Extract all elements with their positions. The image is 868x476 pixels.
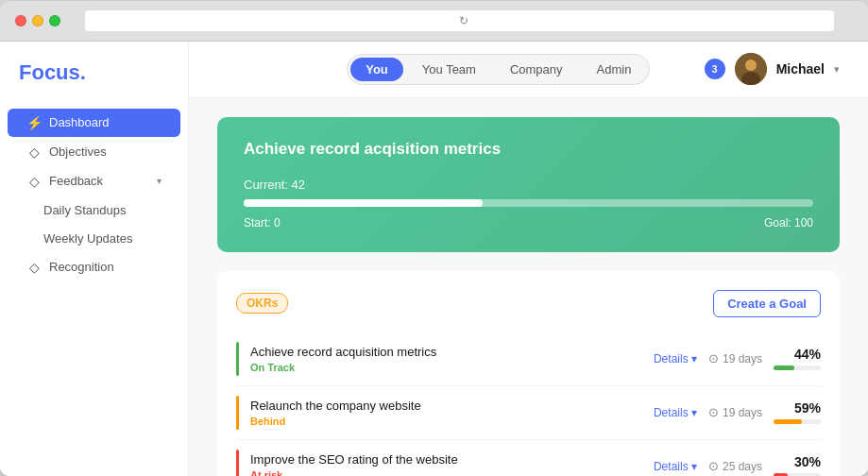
goal-info: Improve the SEO rating of the website At…: [250, 452, 642, 476]
sidebar-item-dashboard[interactable]: ⚡ Dashboard: [8, 109, 180, 137]
sidebar-item-label: Feedback: [49, 174, 103, 188]
goal-status: At risk: [250, 469, 642, 476]
maximize-button[interactable]: [49, 15, 60, 26]
hero-card: Achieve record acqisition metrics Curren…: [217, 117, 840, 252]
browser-titlebar: ↻: [0, 1, 868, 42]
close-button[interactable]: [15, 15, 26, 26]
app-body: Focus. ⚡ Dashboard ◇ Objectives ◇ Feedba…: [0, 42, 868, 476]
sidebar: Focus. ⚡ Dashboard ◇ Objectives ◇ Feedba…: [0, 42, 189, 476]
refresh-icon[interactable]: ↻: [459, 14, 468, 27]
tab-you-team[interactable]: You Team: [407, 58, 491, 81]
sidebar-item-feedback[interactable]: ◇ Feedback ▾: [8, 167, 180, 196]
goal-row: Relaunch the company website Behind Deta…: [236, 386, 821, 440]
goal-pct-bar-bg: [774, 419, 821, 424]
notification-badge[interactable]: 3: [705, 59, 725, 79]
sidebar-item-label: Objectives: [49, 144, 107, 159]
minimize-button[interactable]: [32, 15, 43, 26]
svg-point-1: [745, 60, 757, 71]
sidebar-item-daily-standups[interactable]: Daily Standups: [8, 196, 180, 224]
clock-icon: ⊙: [708, 459, 719, 473]
goal-pct-area: 59%: [774, 400, 821, 424]
goal-pct: 59%: [787, 400, 821, 416]
goal-days-label: 19 days: [723, 352, 762, 366]
okr-header: OKRs Create a Goal: [236, 290, 821, 317]
goal-row: Improve the SEO rating of the website At…: [236, 440, 821, 476]
app-header: You You Team Company Admin 3 Michael: [189, 42, 868, 98]
goal-row: Achieve record acquisition metrics On Tr…: [236, 332, 821, 386]
sidebar-item-label: Dashboard: [49, 115, 110, 129]
hero-progress-bar-fill: [244, 199, 483, 207]
goal-pct-bar-fill: [774, 473, 788, 476]
logo-text: Focus: [19, 60, 80, 84]
goal-pct: 44%: [787, 347, 821, 362]
goal-pct-bar-fill: [774, 366, 794, 370]
logo-dot: .: [80, 60, 86, 84]
goal-days: ⊙ 19 days: [708, 405, 762, 419]
hero-title: Achieve record acqisition metrics: [244, 140, 813, 159]
feedback-arrow-icon: ▾: [157, 176, 162, 186]
user-name: Michael: [776, 61, 825, 76]
dashboard-icon: ⚡: [26, 115, 42, 130]
goal-pct-bar-bg: [774, 473, 821, 476]
feedback-icon: ◇: [26, 174, 42, 189]
hero-progress-labels: Start: 0 Goal: 100: [244, 216, 813, 230]
hero-progress-bar-bg: [244, 199, 813, 207]
sidebar-item-recognition[interactable]: ◇ Recognition: [8, 253, 180, 281]
goal-info: Achieve record acquisition metrics On Tr…: [250, 345, 642, 373]
goal-pct-bar-bg: [774, 366, 821, 370]
clock-icon: ⊙: [708, 351, 719, 366]
goal-days-label: 25 days: [723, 460, 762, 473]
create-goal-button[interactable]: Create a Goal: [713, 290, 821, 317]
user-area: 3 Michael ▾: [705, 53, 840, 85]
goal-name: Relaunch the company website: [250, 399, 642, 413]
clock-icon: ⊙: [708, 405, 719, 419]
sidebar-item-objectives[interactable]: ◇ Objectives: [8, 138, 180, 166]
recognition-icon: ◇: [26, 260, 42, 275]
sidebar-item-label: Weekly Updates: [43, 231, 132, 246]
goal-indicator: [236, 342, 239, 376]
logo: Focus.: [0, 60, 188, 108]
goal-pct-bar-fill: [774, 419, 802, 424]
address-bar[interactable]: ↻: [85, 10, 834, 31]
goal-details-link[interactable]: Details ▾: [654, 460, 697, 473]
browser-window: ↻ Focus. ⚡ Dashboard ◇ Objectives ◇ Feed…: [0, 1, 868, 476]
tab-company[interactable]: Company: [495, 58, 578, 81]
hero-goal-label: Goal: 100: [764, 216, 813, 230]
tab-navigation: You You Team Company Admin: [347, 54, 650, 85]
sidebar-item-weekly-updates[interactable]: Weekly Updates: [8, 225, 180, 252]
goal-details-link[interactable]: Details ▾: [654, 352, 697, 366]
goal-days: ⊙ 19 days: [708, 351, 762, 366]
hero-start-label: Start: 0: [244, 216, 281, 230]
main-content: You You Team Company Admin 3 Michael: [189, 42, 868, 476]
goal-details-link[interactable]: Details ▾: [654, 406, 697, 419]
tab-you[interactable]: You: [350, 58, 403, 81]
sidebar-item-label: Daily Standups: [43, 203, 126, 217]
goal-status: On Track: [250, 362, 642, 373]
avatar: [735, 53, 767, 85]
sidebar-item-label: Recognition: [49, 260, 114, 274]
goal-name: Improve the SEO rating of the website: [250, 452, 642, 467]
okr-tag: OKRs: [236, 293, 288, 314]
user-dropdown-icon[interactable]: ▾: [834, 63, 840, 76]
goal-indicator: [236, 450, 239, 476]
hero-current-label: Current: 42: [244, 178, 813, 192]
goal-pct-area: 30%: [774, 454, 821, 476]
okr-section: OKRs Create a Goal Achieve record acquis…: [217, 271, 840, 476]
content-area: Achieve record acqisition metrics Curren…: [189, 98, 868, 476]
goal-indicator: [236, 396, 239, 430]
goal-status: Behind: [250, 416, 642, 427]
goal-name: Achieve record acquisition metrics: [250, 345, 642, 359]
goal-list: Achieve record acquisition metrics On Tr…: [236, 332, 821, 476]
goal-days: ⊙ 25 days: [708, 459, 762, 473]
goal-days-label: 19 days: [723, 406, 762, 419]
tab-admin[interactable]: Admin: [582, 58, 647, 81]
goal-info: Relaunch the company website Behind: [250, 399, 642, 427]
goal-pct-area: 44%: [774, 347, 821, 370]
goal-pct: 30%: [787, 454, 821, 469]
objectives-icon: ◇: [26, 144, 42, 160]
